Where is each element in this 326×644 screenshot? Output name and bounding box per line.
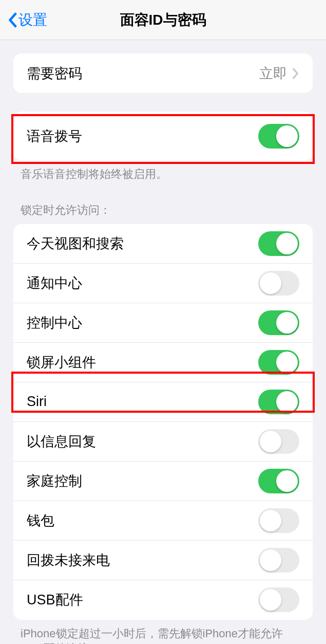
notification-center-row: 通知中心 bbox=[13, 264, 313, 303]
home-control-row: 家庭控制 bbox=[13, 462, 313, 501]
reply-with-message-toggle[interactable] bbox=[258, 429, 299, 454]
require-passcode-row[interactable]: 需要密码 立即 bbox=[13, 53, 313, 93]
wallet-label: 钱包 bbox=[27, 511, 54, 530]
siri-label: Siri bbox=[27, 394, 47, 410]
locked-access-header: 锁定时允许访问： bbox=[21, 203, 305, 218]
return-missed-calls-toggle[interactable] bbox=[258, 548, 299, 573]
require-passcode-label: 需要密码 bbox=[27, 64, 82, 83]
return-missed-calls-row: 回拨未接来电 bbox=[13, 541, 313, 580]
navigation-bar: 设置 面容ID与密码 bbox=[0, 0, 326, 40]
usb-accessories-footnote: iPhone锁定超过一小时后，需先解锁iPhone才能允许USB配件连接。 bbox=[21, 626, 305, 644]
siri-toggle[interactable] bbox=[258, 390, 299, 414]
home-control-label: 家庭控制 bbox=[27, 472, 82, 490]
today-view-row: 今天视图和搜索 bbox=[13, 224, 313, 264]
usb-accessories-label: USB配件 bbox=[27, 591, 83, 609]
reply-with-message-label: 以信息回复 bbox=[27, 432, 96, 451]
lock-screen-widgets-row: 锁屏小组件 bbox=[13, 343, 313, 382]
require-passcode-detail: 立即 bbox=[259, 64, 287, 83]
notification-center-toggle[interactable] bbox=[258, 271, 299, 296]
reply-with-message-row: 以信息回复 bbox=[13, 422, 313, 462]
voice-dial-group: 语音拨号 bbox=[13, 112, 313, 160]
control-center-toggle[interactable] bbox=[258, 310, 299, 335]
lock-screen-widgets-label: 锁屏小组件 bbox=[27, 353, 96, 372]
voice-dial-label: 语音拨号 bbox=[27, 127, 82, 145]
back-button[interactable]: 设置 bbox=[7, 10, 47, 30]
notification-center-label: 通知中心 bbox=[27, 274, 82, 292]
voice-dial-toggle[interactable] bbox=[258, 124, 299, 149]
chevron-right-icon bbox=[292, 68, 299, 79]
control-center-row: 控制中心 bbox=[13, 303, 313, 343]
usb-accessories-row: USB配件 bbox=[13, 580, 313, 620]
wallet-toggle[interactable] bbox=[258, 508, 299, 533]
page-title: 面容ID与密码 bbox=[0, 10, 326, 30]
siri-row: Siri bbox=[13, 382, 313, 422]
home-control-toggle[interactable] bbox=[258, 469, 299, 493]
require-passcode-value: 立即 bbox=[259, 64, 299, 83]
control-center-label: 控制中心 bbox=[27, 314, 82, 332]
chevron-left-icon bbox=[7, 12, 17, 28]
today-view-toggle[interactable] bbox=[258, 231, 299, 256]
today-view-label: 今天视图和搜索 bbox=[27, 234, 124, 253]
locked-access-group: 今天视图和搜索 通知中心 控制中心 锁屏小组件 Siri 以信息回复 家庭控制 bbox=[13, 224, 313, 620]
lock-screen-widgets-toggle[interactable] bbox=[258, 350, 299, 375]
require-passcode-group: 需要密码 立即 bbox=[13, 53, 313, 93]
voice-dial-footnote: 音乐语音控制将始终被启用。 bbox=[21, 167, 305, 182]
back-label: 设置 bbox=[18, 10, 47, 30]
voice-dial-row: 语音拨号 bbox=[13, 112, 313, 160]
wallet-row: 钱包 bbox=[13, 501, 313, 541]
return-missed-calls-label: 回拨未接来电 bbox=[27, 551, 110, 569]
usb-accessories-toggle[interactable] bbox=[258, 587, 299, 612]
